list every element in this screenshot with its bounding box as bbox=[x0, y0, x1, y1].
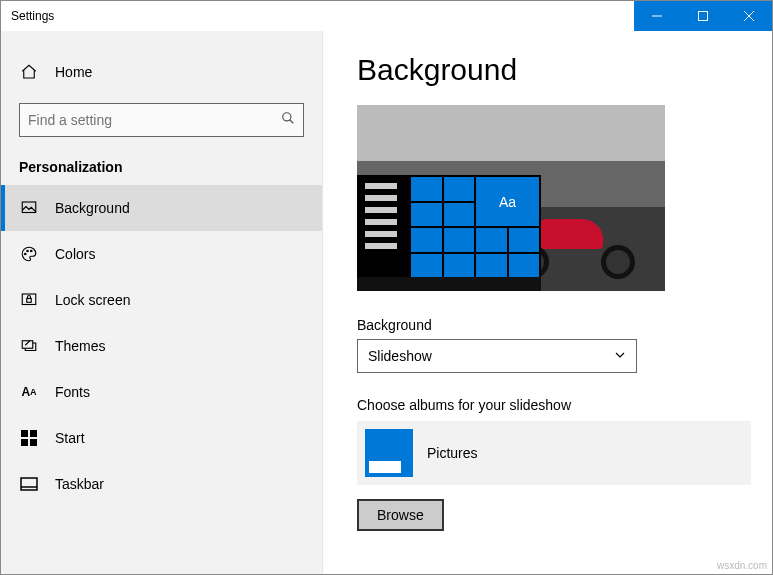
svg-rect-11 bbox=[27, 299, 32, 303]
desktop-preview: Aa bbox=[357, 105, 665, 291]
section-header: Personalization bbox=[1, 151, 322, 185]
album-name: Pictures bbox=[427, 445, 478, 461]
start-icon bbox=[19, 428, 39, 448]
sidebar-item-themes[interactable]: Themes bbox=[1, 323, 322, 369]
svg-rect-6 bbox=[22, 202, 36, 213]
sidebar-item-start[interactable]: Start bbox=[1, 415, 322, 461]
watermark: wsxdn.com bbox=[717, 560, 767, 571]
picture-icon bbox=[19, 198, 39, 218]
sidebar-item-lock-screen[interactable]: Lock screen bbox=[1, 277, 322, 323]
page-title: Background bbox=[357, 53, 738, 87]
sidebar-item-label: Start bbox=[55, 430, 85, 446]
svg-rect-15 bbox=[21, 439, 28, 446]
sidebar-item-colors[interactable]: Colors bbox=[1, 231, 322, 277]
sidebar-item-label: Fonts bbox=[55, 384, 90, 400]
lock-screen-icon bbox=[19, 290, 39, 310]
minimize-button[interactable] bbox=[634, 1, 680, 31]
sidebar-item-label: Background bbox=[55, 200, 130, 216]
background-dropdown[interactable]: Slideshow bbox=[357, 339, 637, 373]
sidebar-item-taskbar[interactable]: Taskbar bbox=[1, 461, 322, 507]
albums-label: Choose albums for your slideshow bbox=[357, 397, 738, 413]
svg-rect-14 bbox=[30, 430, 37, 437]
search-icon bbox=[281, 111, 295, 129]
svg-point-8 bbox=[27, 250, 29, 252]
sidebar-item-label: Colors bbox=[55, 246, 95, 262]
album-item[interactable]: Pictures bbox=[357, 421, 751, 485]
svg-rect-16 bbox=[30, 439, 37, 446]
window-controls bbox=[634, 1, 772, 31]
home-label: Home bbox=[55, 64, 92, 80]
svg-rect-13 bbox=[21, 430, 28, 437]
palette-icon bbox=[19, 244, 39, 264]
svg-rect-12 bbox=[22, 341, 33, 349]
fonts-icon: AA bbox=[19, 382, 39, 402]
home-link[interactable]: Home bbox=[1, 49, 322, 95]
background-label: Background bbox=[357, 317, 738, 333]
themes-icon bbox=[19, 336, 39, 356]
sidebar-item-background[interactable]: Background bbox=[1, 185, 322, 231]
maximize-button[interactable] bbox=[680, 1, 726, 31]
sidebar-item-fonts[interactable]: AA Fonts bbox=[1, 369, 322, 415]
svg-point-9 bbox=[31, 250, 33, 252]
sidebar-item-label: Lock screen bbox=[55, 292, 130, 308]
svg-point-4 bbox=[283, 113, 291, 121]
folder-icon bbox=[365, 429, 413, 477]
window-title: Settings bbox=[1, 9, 54, 23]
close-button[interactable] bbox=[726, 1, 772, 31]
sidebar-item-label: Themes bbox=[55, 338, 106, 354]
titlebar: Settings bbox=[1, 1, 772, 31]
dropdown-value: Slideshow bbox=[368, 348, 432, 364]
browse-button[interactable]: Browse bbox=[357, 499, 444, 531]
svg-rect-1 bbox=[699, 12, 708, 21]
search-field[interactable] bbox=[28, 112, 281, 128]
svg-line-5 bbox=[290, 120, 294, 124]
svg-point-7 bbox=[25, 253, 27, 255]
sidebar-item-label: Taskbar bbox=[55, 476, 104, 492]
taskbar-icon bbox=[19, 474, 39, 494]
home-icon bbox=[19, 62, 39, 82]
sample-text-tile: Aa bbox=[476, 177, 539, 226]
content-pane: Background Aa Background Slideshow Choos… bbox=[323, 31, 772, 575]
sidebar: Home Personalization Background Colors L… bbox=[1, 31, 323, 575]
search-input[interactable] bbox=[19, 103, 304, 137]
svg-rect-17 bbox=[21, 478, 37, 490]
chevron-down-icon bbox=[614, 348, 626, 364]
